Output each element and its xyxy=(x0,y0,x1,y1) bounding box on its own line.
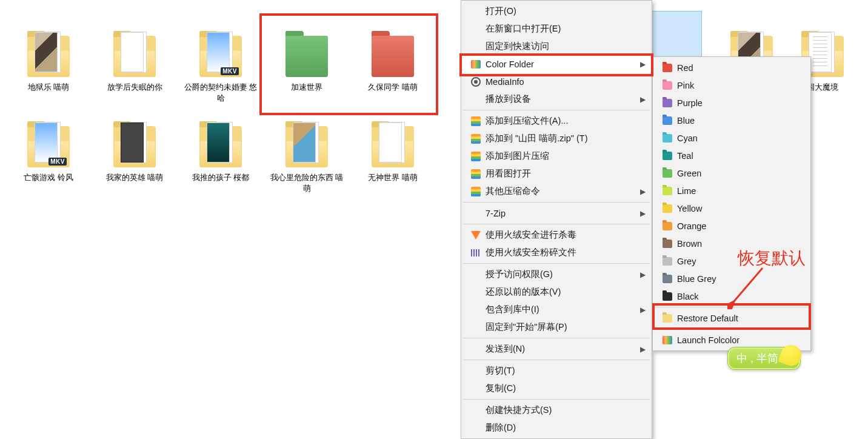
menu-item-label: 其他压缩命令 xyxy=(483,186,633,197)
color-option[interactable]: Lime xyxy=(654,182,809,199)
menu-item[interactable]: 添加到 "山田 喵萌.zip" (T) xyxy=(462,130,650,147)
folder-item[interactable]: 地狱乐 喵萌 xyxy=(6,27,91,106)
color-swatch-icon xyxy=(663,134,672,142)
color-option[interactable]: Grey xyxy=(654,252,809,270)
color-option-label: Blue Grey xyxy=(675,274,792,284)
folder-preview xyxy=(207,32,230,72)
folder-preview xyxy=(121,32,144,72)
menu-item[interactable]: 复制(C) xyxy=(462,380,650,397)
folder-label: 放学后失眠的你 xyxy=(107,82,162,93)
menu-item[interactable]: 使用火绒安全粉碎文件 xyxy=(462,244,650,261)
color-option-label: Red xyxy=(675,63,792,73)
chevron-right-icon: ▶ xyxy=(640,306,646,314)
folder-label: 我心里危险的东西 喵萌 xyxy=(267,172,346,193)
context-menu: 打开(O)在新窗口中打开(E)固定到快速访问Color Folder▶Media… xyxy=(461,0,652,439)
color-swatch-icon xyxy=(663,204,672,213)
folcolor-icon xyxy=(663,336,672,344)
folder-preview xyxy=(35,122,58,163)
menu-item[interactable]: Color Folder▶ xyxy=(462,55,650,73)
menu-item[interactable]: MediaInfo xyxy=(462,73,650,90)
color-option-label: Teal xyxy=(675,151,792,161)
menu-item-label: 添加到图片压缩 xyxy=(483,150,633,162)
color-option[interactable]: Yellow xyxy=(654,199,809,217)
menu-item[interactable]: 打开(O) xyxy=(462,2,650,20)
color-option[interactable]: Brown xyxy=(654,235,809,252)
menu-item-label: 包含到库中(I) xyxy=(483,304,633,315)
color-swatch-icon xyxy=(663,64,672,72)
menu-item-label: 发送到(N) xyxy=(483,343,633,355)
folder-label: 无神世界 喵萌 xyxy=(368,172,418,183)
color-option[interactable]: Cyan xyxy=(654,129,809,147)
folder-item[interactable]: 我推的孩子 桜都 xyxy=(178,118,263,196)
menu-item-label: 使用火绒安全进行杀毒 xyxy=(483,229,633,241)
color-option-label: Brown xyxy=(675,239,792,249)
shred-icon xyxy=(471,249,481,256)
menu-item[interactable]: 用看图打开 xyxy=(462,165,650,183)
color-swatch-icon xyxy=(663,81,672,90)
color-option[interactable]: Black xyxy=(654,287,809,305)
menu-separator xyxy=(463,263,650,264)
menu-item[interactable]: 创建快捷方式(S) xyxy=(462,401,650,419)
folder-label: 加速世界 xyxy=(291,82,322,93)
color-option[interactable]: Teal xyxy=(654,147,809,164)
color-option[interactable]: Purple xyxy=(654,94,809,112)
menu-item-label: 打开(O) xyxy=(483,5,633,17)
menu-item[interactable]: 包含到库中(I)▶ xyxy=(462,301,650,318)
folder-label: 公爵的契约未婚妻 悠哈 xyxy=(181,82,260,103)
menu-item-label: 还原以前的版本(V) xyxy=(483,286,633,298)
menu-item[interactable]: 播放到设备▶ xyxy=(462,90,650,108)
menu-separator xyxy=(655,329,809,329)
menu-item[interactable]: 授予访问权限(G)▶ xyxy=(462,266,650,283)
folder-item[interactable]: 无神世界 喵萌 xyxy=(350,118,435,196)
color-option-label: Lime xyxy=(675,186,792,196)
color-option[interactable]: Green xyxy=(654,164,809,182)
menu-item[interactable]: 在新窗口中打开(E) xyxy=(462,20,650,38)
color-option[interactable]: Blue xyxy=(654,112,809,129)
menu-item[interactable]: 使用火绒安全进行杀毒 xyxy=(462,226,650,244)
color-option[interactable]: Red xyxy=(654,59,809,76)
folder-icon xyxy=(372,36,414,77)
ime-label: 中 , 半简 xyxy=(736,352,778,364)
menu-item[interactable]: 发送到(N)▶ xyxy=(462,340,650,358)
shield-icon xyxy=(471,231,481,240)
color-option-label: Cyan xyxy=(675,133,792,143)
restore-default[interactable]: Restore Default xyxy=(654,309,809,327)
menu-item[interactable]: 固定到快速访问 xyxy=(462,38,650,55)
menu-separator xyxy=(463,224,650,224)
color-option-label: Yellow xyxy=(675,204,792,213)
folder-item[interactable]: 我家的英雄 喵萌 xyxy=(92,118,177,196)
menu-item[interactable]: 其他压缩命令▶ xyxy=(462,183,650,200)
folder-item[interactable]: 加速世界 xyxy=(264,27,349,106)
color-option[interactable]: Pink xyxy=(654,76,809,94)
menu-item-label: 用看图打开 xyxy=(483,168,633,179)
folder-item[interactable]: MKV亡骸游戏 铃风 xyxy=(6,118,91,196)
folder-item[interactable]: 我心里危险的东西 喵萌 xyxy=(264,118,349,196)
menu-item-label: MediaInfo xyxy=(483,77,633,87)
menu-separator xyxy=(655,307,809,307)
chevron-right-icon: ▶ xyxy=(640,60,646,69)
menu-item[interactable]: 添加到图片压缩 xyxy=(462,147,650,165)
menu-item[interactable]: 剪切(T) xyxy=(462,362,650,380)
folder-item[interactable]: 久保同学 喵萌 xyxy=(350,27,435,106)
color-option[interactable]: Orange xyxy=(654,217,809,235)
color-swatch-icon xyxy=(663,99,672,107)
menu-item[interactable]: 7-Zip▶ xyxy=(462,204,650,222)
folder-item[interactable]: MKV公爵的契约未婚妻 悠哈 xyxy=(178,27,263,106)
menu-item[interactable]: 删除(D) xyxy=(462,419,650,437)
color-option-label: Purple xyxy=(675,98,792,108)
folder-icon xyxy=(285,36,328,77)
color-option[interactable]: Blue Grey xyxy=(654,270,809,287)
menu-item-label: 使用火绒安全粉碎文件 xyxy=(483,247,633,258)
ime-indicator[interactable]: 中 , 半简 xyxy=(727,347,801,370)
folder-label: 我家的英雄 喵萌 xyxy=(106,172,164,183)
menu-item[interactable]: 还原以前的版本(V) xyxy=(462,283,650,301)
menu-item-label: 在新窗口中打开(E) xyxy=(483,23,633,35)
folder-item[interactable]: 放学后失眠的你 xyxy=(92,27,177,106)
color-swatch-icon xyxy=(663,292,672,301)
folder-preview xyxy=(293,122,316,163)
menu-item[interactable]: 添加到压缩文件(A)... xyxy=(462,112,650,130)
file-explorer-view: 地狱乐 喵萌放学后失眠的你MKV公爵的契约未婚妻 悠哈加速世界久保同学 喵萌MK… xyxy=(0,0,868,439)
menu-item-label: 授予访问权限(G) xyxy=(483,269,633,280)
menu-item-label: 7-Zip xyxy=(483,209,633,218)
menu-item[interactable]: 固定到"开始"屏幕(P) xyxy=(462,318,650,336)
